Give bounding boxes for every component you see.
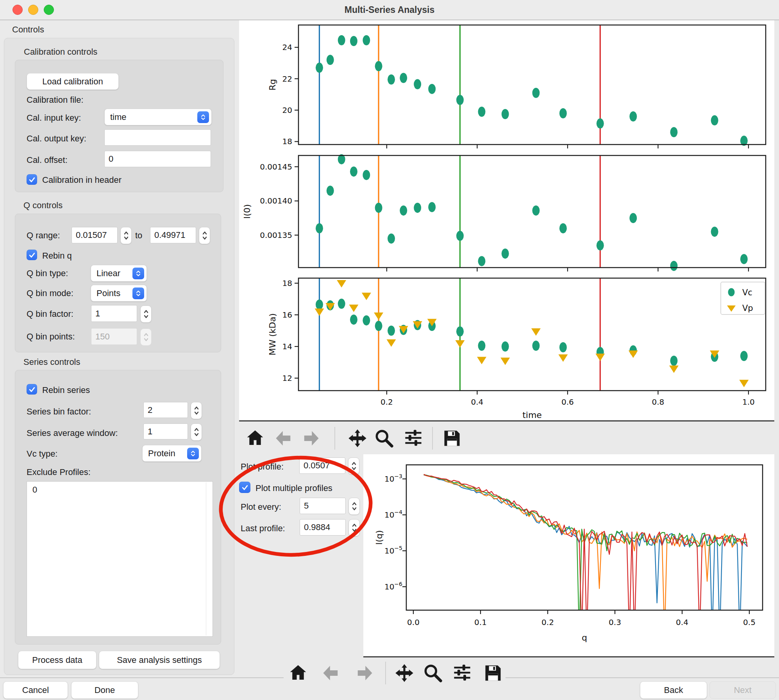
zoom-icon[interactable] <box>422 662 444 684</box>
q-bin-mode-popup[interactable]: Points <box>91 285 147 302</box>
controls-panel-title: Controls <box>12 25 44 35</box>
last-profile-field[interactable] <box>300 519 346 536</box>
q-controls-group-label: Q controls <box>23 200 63 211</box>
q-bin-mode-value: Points <box>91 288 132 298</box>
svg-text:Vc: Vc <box>742 288 752 297</box>
q-min-field[interactable] <box>71 227 118 243</box>
q-min-stepper[interactable] <box>120 227 132 244</box>
q-bin-factor-label: Q bin factor: <box>27 309 73 319</box>
forward-icon[interactable] <box>353 662 375 684</box>
series-bin-factor-field[interactable] <box>143 402 188 418</box>
plot-profile-label: Plot profile: <box>241 462 284 472</box>
q-bin-points-field <box>91 328 137 345</box>
forward-icon[interactable] <box>300 427 322 449</box>
title-bar: Multi-Series Analysis <box>0 0 779 20</box>
last-profile-label: Last profile: <box>241 523 285 534</box>
plot-every-stepper[interactable] <box>348 498 360 515</box>
q-bin-points-stepper <box>140 329 152 346</box>
scrollbar-track[interactable] <box>206 482 206 636</box>
q-bin-factor-stepper[interactable] <box>140 305 152 323</box>
next-button: Next <box>709 681 776 699</box>
sliders-icon[interactable] <box>402 427 424 449</box>
q-bin-type-value: Linear <box>91 268 132 279</box>
svg-text:18: 18 <box>282 279 292 288</box>
cal-offset-field[interactable] <box>104 151 211 167</box>
series-avg-window-stepper[interactable] <box>191 423 202 441</box>
svg-text:I(0): I(0) <box>242 204 252 219</box>
q-max-stepper[interactable] <box>199 227 210 244</box>
svg-text:0.00135: 0.00135 <box>260 230 292 240</box>
series-avg-window-field[interactable] <box>143 423 188 439</box>
back-icon[interactable] <box>273 427 295 449</box>
zoom-icon[interactable] <box>373 427 395 449</box>
vc-type-value: Protein <box>143 448 187 459</box>
q-range-to-label: to <box>135 230 142 241</box>
series-bin-factor-stepper[interactable] <box>191 402 202 419</box>
popup-chevrons-icon <box>132 288 144 299</box>
back-icon[interactable] <box>320 662 342 684</box>
sliders-icon[interactable] <box>451 662 473 684</box>
save-icon[interactable] <box>441 427 463 449</box>
cal-output-key-field[interactable] <box>104 129 211 146</box>
svg-text:0.00145: 0.00145 <box>260 162 292 171</box>
exclude-profiles-label: Exclude Profiles: <box>27 467 91 477</box>
q-range-label: Q range: <box>27 230 60 241</box>
q-bin-type-label: Q bin type: <box>27 268 68 279</box>
plot-every-label: Plot every: <box>241 502 281 512</box>
pan-icon[interactable] <box>393 662 415 684</box>
popup-chevrons-icon <box>197 111 209 123</box>
svg-text:0.2: 0.2 <box>541 618 554 627</box>
footer-separator <box>506 677 779 678</box>
vc-type-label: Vc type: <box>27 449 57 459</box>
calibration-in-header-checkbox[interactable] <box>27 174 37 185</box>
pan-icon[interactable] <box>347 427 368 449</box>
plot-profile-stepper[interactable] <box>348 457 359 475</box>
q-bin-mode-label: Q bin mode: <box>27 288 73 298</box>
rebin-q-checkbox[interactable] <box>27 250 37 260</box>
load-calibration-button[interactable]: Load calibration <box>27 73 119 90</box>
plot-profile-field[interactable] <box>299 457 345 474</box>
save-icon[interactable] <box>482 662 504 684</box>
svg-text:22: 22 <box>282 74 292 84</box>
process-data-button[interactable]: Process data <box>18 651 96 669</box>
svg-text:0.8: 0.8 <box>652 397 665 407</box>
toolbar-separator <box>385 662 386 684</box>
svg-text:0.4: 0.4 <box>676 618 688 627</box>
svg-text:18: 18 <box>282 137 292 146</box>
svg-text:14: 14 <box>282 342 292 351</box>
plot-multiple-profiles-checkbox[interactable] <box>239 482 250 493</box>
svg-text:24: 24 <box>282 43 292 52</box>
calibration-in-header-label: Calibration in header <box>42 175 121 185</box>
svg-text:MW (kDa): MW (kDa) <box>268 313 277 355</box>
svg-text:12: 12 <box>282 373 292 383</box>
rebin-series-checkbox[interactable] <box>27 384 37 395</box>
cal-output-key-label: Cal. output key: <box>27 134 86 144</box>
q-bin-type-popup[interactable]: Linear <box>91 265 147 282</box>
home-icon[interactable] <box>244 427 266 449</box>
cancel-button[interactable]: Cancel <box>3 681 68 699</box>
toolbar-separator <box>432 427 433 450</box>
back-button[interactable]: Back <box>640 681 707 699</box>
q-max-field[interactable] <box>150 227 196 243</box>
svg-text:0.00140: 0.00140 <box>260 196 292 205</box>
cal-input-key-label: Cal. input key: <box>27 113 81 123</box>
svg-text:0.0: 0.0 <box>407 618 420 627</box>
svg-text:0.1: 0.1 <box>474 618 487 627</box>
series-controls-group-label: Series controls <box>23 357 80 367</box>
toolbar-separator <box>334 427 335 450</box>
plot-multiple-profiles-label: Plot multiple profiles <box>255 483 332 493</box>
cal-input-key-popup[interactable]: time <box>104 109 212 125</box>
plot-every-field[interactable] <box>300 498 346 514</box>
vc-type-popup[interactable]: Protein <box>142 445 202 462</box>
series-avg-window-label: Series average window: <box>27 428 118 438</box>
save-analysis-settings-button[interactable]: Save analysis settings <box>99 651 220 669</box>
svg-text:Vp: Vp <box>742 304 753 313</box>
done-button[interactable]: Done <box>71 681 138 699</box>
last-profile-stepper[interactable] <box>348 519 360 536</box>
home-icon[interactable] <box>287 662 309 684</box>
q-bin-factor-field[interactable] <box>91 305 137 322</box>
popup-chevrons-icon <box>132 268 144 279</box>
calibration-file-label: Calibration file: <box>27 95 84 105</box>
exclude-profiles-listbox[interactable]: 0 <box>27 481 213 637</box>
svg-text:16: 16 <box>282 310 292 320</box>
